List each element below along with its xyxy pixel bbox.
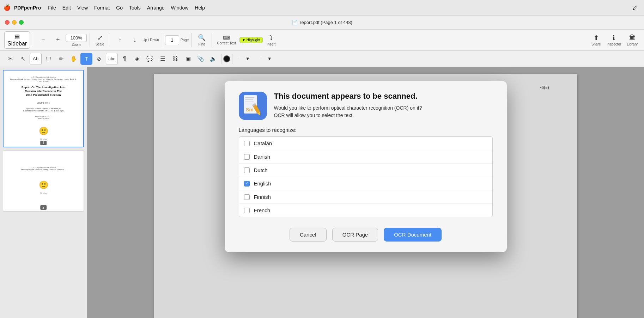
scale-button[interactable]: ⤢ Scale: [93, 32, 107, 48]
languages-label: Languages to recognize:: [239, 127, 493, 133]
sidebar-label: Sidebar: [7, 41, 27, 47]
highlight-button[interactable]: ▼ Highlight: [239, 37, 263, 43]
thumb-1-page-num: 1: [40, 141, 47, 145]
lang-item-english[interactable]: English: [239, 177, 492, 190]
menu-window[interactable]: Window: [168, 4, 192, 12]
titlebar: 📄 report.pdf (Page 1 of 448): [0, 16, 644, 30]
find-label: Find: [198, 42, 205, 46]
menu-format[interactable]: Format: [91, 4, 113, 12]
ocr-dialog: Sm This document appears to be scanned. …: [225, 81, 507, 252]
lang-label-french: French: [254, 207, 271, 213]
menu-help[interactable]: Help: [192, 4, 208, 12]
minimize-button[interactable]: [12, 20, 17, 25]
library-icon: 🏛: [629, 34, 636, 42]
menu-file[interactable]: File: [45, 4, 59, 12]
link-tool[interactable]: ⛓: [169, 53, 181, 65]
menu-view[interactable]: View: [74, 4, 91, 12]
thumb-1-header: U.S. Department of JusticeAttorney Work …: [9, 76, 78, 82]
correct-text-button[interactable]: ⌨ Correct Text: [215, 33, 238, 47]
highlight-icon: ▼: [242, 38, 245, 42]
paragraph-tool[interactable]: ¶: [119, 53, 130, 65]
audio-tool[interactable]: 🔈: [207, 53, 219, 65]
traffic-lights: [5, 20, 24, 25]
inspector-label: Inspector: [607, 42, 621, 46]
menu-go[interactable]: Go: [113, 4, 126, 12]
markup-tool[interactable]: ⊘: [93, 53, 105, 65]
tool-separator-2: [232, 54, 232, 64]
menubar: 🍎 PDFpenPro File Edit View Format Go Too…: [0, 0, 644, 16]
apple-menu[interactable]: 🍎: [4, 4, 11, 11]
line-style-button[interactable]: — ▼: [234, 53, 255, 65]
page-input[interactable]: [165, 35, 179, 45]
svg-rect-2: [245, 97, 254, 98]
up-button[interactable]: ↑: [113, 35, 127, 45]
thumbnail-page-1[interactable]: U.S. Department of JusticeAttorney Work …: [3, 70, 84, 147]
cancel-button[interactable]: Cancel: [290, 228, 327, 241]
checkbox-catalan[interactable]: [244, 141, 250, 146]
lang-item-catalan[interactable]: Catalan: [239, 137, 492, 150]
right-toolbar: ⬆ Share ℹ Inspector 🏛 Library: [589, 32, 640, 48]
dialog-title: This document appears to be scanned.: [274, 92, 422, 101]
checkbox-danish[interactable]: [244, 154, 250, 160]
svg-line-9: [260, 116, 261, 116]
highlight-draw-tool[interactable]: ◈: [131, 53, 143, 65]
content-area: U.S. Department of JusticeAttorney Work …: [0, 67, 644, 318]
lang-item-dutch[interactable]: Dutch: [239, 164, 492, 177]
comment-tool[interactable]: 💬: [144, 53, 156, 65]
menu-pencil[interactable]: 🖊: [630, 4, 640, 12]
arrow-tool[interactable]: ↖: [17, 53, 29, 65]
share-button[interactable]: ⬆ Share: [589, 32, 603, 48]
checkbox-english[interactable]: [244, 181, 250, 186]
thumbnail-page-2[interactable]: U.S. Department of JusticeAttorney Work …: [3, 150, 84, 212]
text-select-tool[interactable]: Ab: [30, 53, 42, 65]
svg-rect-3: [245, 99, 253, 100]
inspector-button[interactable]: ℹ Inspector: [604, 32, 623, 48]
lang-item-french[interactable]: French: [239, 204, 492, 217]
zoom-out-icon: −: [41, 36, 45, 44]
line-style2-button[interactable]: — ▼: [256, 53, 277, 65]
insert-button[interactable]: ⤵ Insert: [264, 33, 278, 48]
hand-scroll-tool[interactable]: ✋: [68, 53, 80, 65]
zoom-group: − + Zoom: [36, 34, 87, 47]
zoom-out-button[interactable]: −: [36, 35, 50, 45]
redact-tool[interactable]: ▣: [182, 53, 194, 65]
color-picker[interactable]: [223, 55, 230, 62]
find-icon: 🔍: [198, 34, 206, 42]
crop-tool[interactable]: ✂: [4, 53, 16, 65]
down-icon: ↓: [133, 36, 136, 44]
menu-tools[interactable]: Tools: [126, 4, 144, 12]
menu-edit[interactable]: Edit: [60, 4, 74, 12]
library-label: Library: [627, 42, 638, 46]
checkbox-dutch[interactable]: [244, 167, 250, 173]
dialog-desc-line1: Would you like to perform optical charac…: [274, 104, 422, 119]
pencil-draw-tool[interactable]: ✏: [55, 53, 67, 65]
checkbox-french[interactable]: [244, 208, 250, 213]
ocr-document-button[interactable]: OCR Document: [384, 228, 442, 241]
rectangle-select-tool[interactable]: ⬚: [42, 53, 54, 65]
type-tool[interactable]: abc: [106, 53, 118, 65]
toolbar-divider-5: [192, 33, 192, 47]
zoom-value[interactable]: [66, 34, 87, 42]
svg-rect-4: [245, 102, 254, 102]
ocr-page-button[interactable]: OCR Page: [332, 228, 378, 241]
list-view-tool[interactable]: ☰: [157, 53, 169, 65]
close-button[interactable]: [5, 20, 10, 25]
toolbar-divider-3: [110, 33, 110, 47]
find-button[interactable]: 🔍 Find: [195, 32, 209, 48]
sidebar-button[interactable]: ▤ Sidebar: [4, 31, 30, 49]
attach-file-tool[interactable]: 📎: [195, 53, 207, 65]
menu-arrange[interactable]: Arrange: [144, 4, 168, 12]
thumb-2-smile: 🙂: [39, 181, 48, 190]
down-button[interactable]: ↓: [128, 35, 142, 45]
document-area[interactable]: -6(e): [87, 67, 644, 318]
thumb-1-location: Washington, D.C.March 2019: [35, 115, 52, 120]
edit-text-tool[interactable]: T: [80, 53, 92, 65]
library-button[interactable]: 🏛 Library: [625, 33, 640, 48]
svg-rect-5: [245, 104, 252, 104]
lang-item-finnish[interactable]: Finnish: [239, 190, 492, 204]
checkbox-finnish[interactable]: [244, 194, 250, 200]
lang-item-danish[interactable]: Danish: [239, 150, 492, 164]
zoom-label: Zoom: [72, 43, 81, 47]
maximize-button[interactable]: [19, 20, 24, 25]
zoom-in-button[interactable]: +: [51, 35, 65, 45]
